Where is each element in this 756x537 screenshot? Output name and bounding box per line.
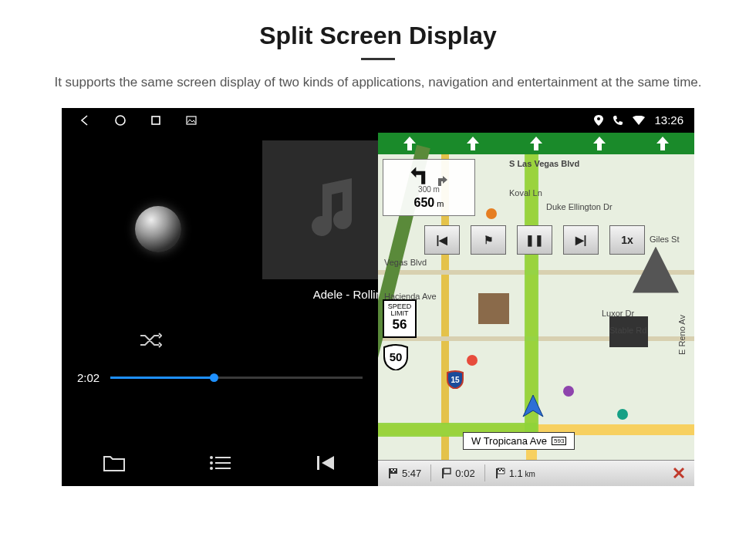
street-label: Koval Ln	[509, 188, 542, 198]
svg-rect-7	[215, 462, 231, 464]
interstate-shield-icon: 15	[446, 370, 464, 389]
svg-point-0	[116, 116, 125, 125]
svg-text:15: 15	[451, 376, 460, 384]
page-description: It supports the same screen display of t…	[0, 73, 756, 108]
wifi-icon	[633, 116, 645, 125]
svg-rect-15	[394, 469, 396, 471]
street-label: Luxor Dr	[602, 309, 634, 318]
svg-rect-5	[215, 457, 231, 458]
flag-icon	[387, 468, 398, 478]
music-bottom-bar	[62, 440, 378, 486]
svg-point-3	[597, 117, 600, 120]
vehicle-marker-icon	[520, 393, 546, 420]
progress-bar[interactable]	[110, 377, 363, 379]
svg-text:50: 50	[390, 350, 403, 363]
street-label: S Las Vegas Blvd	[509, 159, 579, 168]
lane-arrow-icon	[530, 137, 542, 150]
progress-row: 2:02	[62, 371, 378, 384]
title-underline	[361, 58, 395, 60]
nav-status-bar: 5:47 0:02 1.1 km	[378, 460, 694, 486]
svg-rect-13	[389, 468, 390, 478]
map-next-button[interactable]: ▶|	[563, 225, 599, 255]
picture-icon[interactable]	[185, 114, 197, 127]
map-prev-button[interactable]: |◀	[424, 225, 460, 255]
elapsed-time: 2:02	[77, 371, 100, 384]
track-info: Adele - Rolling In Ade 1/48	[224, 287, 401, 331]
music-note-icon	[301, 175, 363, 245]
map-view[interactable]: S Las Vegas Blvd Koval Ln Duke Ellington…	[378, 154, 694, 460]
turn-left-icon	[409, 165, 430, 187]
distance-item: 1.1 km	[485, 468, 545, 479]
svg-rect-9	[215, 468, 231, 469]
lane-arrow-icon	[467, 137, 479, 150]
navigation-pane: S Las Vegas Blvd Koval Ln Duke Ellington…	[378, 133, 694, 486]
track-title: Adele - Rolling In	[224, 287, 401, 302]
svg-point-4	[210, 456, 213, 459]
svg-rect-20	[501, 468, 502, 470]
svg-rect-22	[502, 470, 504, 471]
home-icon[interactable]	[114, 114, 127, 127]
svg-point-6	[210, 461, 213, 464]
checkered-flag-icon	[494, 468, 505, 478]
turn-distance: 650 m	[414, 196, 444, 210]
lane-arrow-icon	[403, 137, 416, 150]
track-counter: 1/48	[224, 318, 401, 330]
svg-rect-14	[391, 469, 393, 471]
device-frame: 13:26 Adele - Rolling In Ade 1/48	[62, 108, 694, 486]
android-status-bar: 13:26	[62, 108, 694, 133]
svg-rect-1	[152, 117, 160, 124]
map-controls: |◀ ⚑ ❚❚ ▶| 1x	[424, 225, 645, 255]
svg-rect-2	[187, 117, 196, 124]
previous-track-button[interactable]	[272, 440, 378, 486]
street-label: Vegas Blvd	[384, 258, 427, 267]
folder-button[interactable]	[62, 440, 167, 486]
location-icon	[594, 115, 603, 126]
street-label: Giles St	[650, 235, 680, 244]
speed-limit-sign: SPEED LIMIT 56	[383, 299, 417, 338]
svg-rect-16	[393, 471, 394, 472]
route-shield: 50	[383, 344, 409, 370]
recent-apps-icon[interactable]	[150, 114, 162, 127]
lane-arrow-icon	[593, 137, 606, 150]
map-speed-button[interactable]: 1x	[609, 225, 645, 255]
svg-rect-10	[317, 456, 319, 470]
track-artist: Ade	[224, 302, 401, 318]
phone-icon	[613, 115, 623, 126]
music-pane: Adele - Rolling In Ade 1/48 2:02	[62, 133, 378, 486]
flag-outline-icon	[440, 468, 451, 478]
lane-arrow-icon	[656, 137, 669, 150]
map-flag-button[interactable]: ⚑	[471, 225, 506, 255]
shuffle-icon[interactable]	[139, 332, 162, 349]
eta-item: 5:47	[378, 468, 430, 479]
street-label: E Reno Av	[677, 315, 687, 355]
map-pause-button[interactable]: ❚❚	[517, 225, 552, 255]
street-label: Duke Ellington Dr	[546, 202, 613, 211]
elapsed-item: 0:02	[431, 468, 484, 479]
page-title: Split Screen Display	[0, 0, 756, 50]
volume-knob[interactable]	[100, 171, 216, 287]
svg-rect-19	[498, 468, 499, 470]
nav-close-button[interactable]	[663, 467, 694, 479]
svg-point-8	[210, 467, 213, 470]
street-label: Stable Rd	[609, 326, 646, 335]
clock: 13:26	[654, 113, 683, 127]
svg-rect-21	[499, 470, 501, 471]
playlist-button[interactable]	[167, 440, 273, 486]
turn-panel: 300 m 650 m	[383, 159, 475, 216]
back-icon[interactable]	[79, 114, 91, 127]
current-street-pill: W Tropicana Ave 593	[463, 432, 575, 450]
